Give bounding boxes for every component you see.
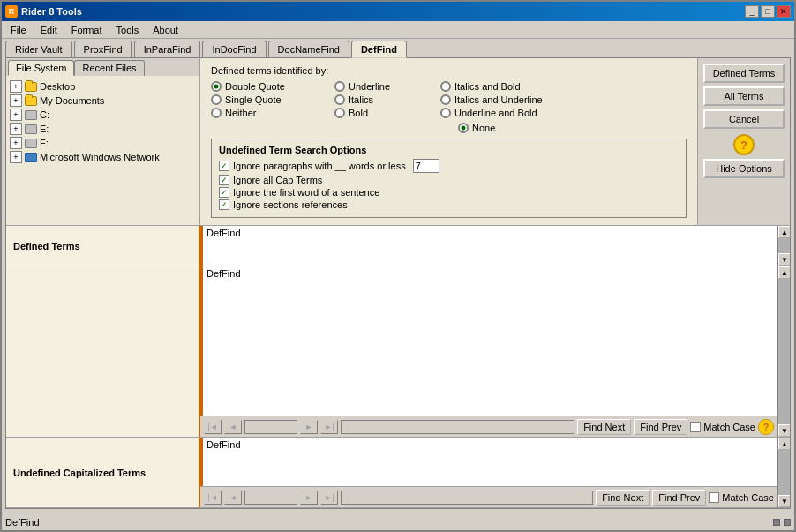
match-case-label-main: Match Case	[703, 422, 755, 432]
menu-about[interactable]: About	[146, 23, 185, 37]
list-item[interactable]: + Desktop	[10, 79, 196, 94]
menu-edit[interactable]: Edit	[34, 23, 64, 37]
radio-label-double-quote: Double Quote	[225, 81, 285, 92]
checkbox-row-sections: ✓ Ignore sections references	[219, 199, 679, 210]
radio-italics-underline[interactable]	[440, 94, 451, 105]
checkbox-caps[interactable]: ✓	[219, 175, 229, 185]
nav-last-btn[interactable]: ►|	[320, 420, 338, 434]
radio-italics[interactable]	[334, 94, 345, 105]
nav-next-btn[interactable]: ►	[300, 420, 318, 434]
close-button[interactable]: ✕	[777, 5, 791, 18]
scroll-up-btn[interactable]: ▲	[778, 266, 790, 279]
nav-prev-btn-2[interactable]: ◄	[224, 491, 242, 505]
list-item[interactable]: + C:	[10, 108, 196, 122]
nav-first-btn[interactable]: |◄	[204, 420, 222, 434]
scroll-up-btn[interactable]: ▲	[778, 438, 790, 450]
menu-tools[interactable]: Tools	[109, 23, 146, 37]
match-case-checkbox-main[interactable]	[690, 422, 701, 432]
tab-prox-find[interactable]: ProxFind	[74, 41, 132, 57]
match-case-label-undefined: Match Case	[722, 492, 774, 503]
nav-next-btn-2[interactable]: ►	[300, 491, 318, 505]
checkbox-sections[interactable]: ✓	[219, 199, 229, 210]
scroll-down-btn[interactable]: ▼	[778, 253, 790, 266]
nav-search-input-2[interactable]	[341, 491, 593, 505]
tab-indoc-find[interactable]: InDocFind	[202, 41, 266, 57]
tree-expander[interactable]: +	[10, 151, 22, 163]
checkbox-first-word[interactable]: ✓	[219, 187, 229, 198]
help-icon[interactable]: ?	[733, 134, 755, 155]
cancel-button[interactable]: Cancel	[703, 109, 785, 129]
scroll-down-btn[interactable]: ▼	[778, 495, 790, 507]
top-section: File System Recent Files + Desktop + My …	[6, 58, 790, 226]
words-input[interactable]	[413, 159, 439, 173]
main-content: File System Recent Files + Desktop + My …	[5, 57, 791, 509]
defined-terms-row: Defined Terms DefFind ▲ ▼	[6, 226, 790, 266]
list-item[interactable]: + Microsoft Windows Network	[10, 150, 196, 164]
find-help-icon-main[interactable]: ?	[758, 419, 774, 435]
radio-row-italics: Italics	[334, 94, 440, 105]
hide-options-button[interactable]: Hide Options	[703, 159, 785, 178]
file-tabs: File System Recent Files	[6, 58, 199, 76]
nav-search-input[interactable]	[341, 420, 574, 434]
menu-file[interactable]: File	[4, 23, 34, 37]
checkbox-label-first-word: Ignore the first word of a sentence	[233, 187, 379, 198]
undefined-terms-content: DefFind	[200, 438, 777, 486]
defined-terms-content: DefFind	[200, 226, 777, 266]
match-case-checkbox-undefined[interactable]	[709, 492, 719, 503]
tree-expander[interactable]: +	[10, 94, 22, 107]
main-results-label-empty	[6, 266, 200, 437]
minimize-button[interactable]: _	[745, 5, 759, 18]
nav-prev-btn[interactable]: ◄	[224, 420, 242, 434]
main-results-area: DefFind |◄ ◄ ► ►| Find Next Find Prev Ma…	[6, 266, 790, 438]
radio-bold[interactable]	[334, 108, 345, 118]
radio-underline[interactable]	[334, 81, 345, 92]
right-buttons-panel: Defined Terms All Terms Cancel ? Hide Op…	[697, 58, 790, 225]
list-item[interactable]: + F:	[10, 136, 196, 150]
find-prev-button-main[interactable]: Find Prev	[634, 419, 687, 435]
tab-rider-vault[interactable]: Rider Vault	[5, 41, 72, 57]
radio-double-quote[interactable]	[211, 81, 222, 92]
scroll-down-btn[interactable]: ▼	[778, 424, 790, 437]
all-terms-button[interactable]: All Terms	[703, 86, 785, 106]
radio-underline-bold[interactable]	[440, 108, 451, 118]
options-title: Defined terms identified by:	[211, 65, 687, 76]
scroll-up-btn[interactable]: ▲	[778, 226, 790, 238]
defined-terms-button[interactable]: Defined Terms	[703, 64, 785, 83]
radio-row-italics-underline: Italics and Underline	[440, 94, 582, 105]
radio-italics-bold[interactable]	[440, 81, 451, 92]
radio-single-quote[interactable]	[211, 94, 222, 105]
nav-page-input[interactable]	[244, 420, 297, 434]
main-window: R Rider 8 Tools _ □ ✕ File Edit Format T…	[0, 0, 796, 532]
tab-docname-find[interactable]: DocNameFind	[268, 41, 349, 57]
checkbox-words[interactable]: ✓	[219, 161, 229, 171]
undefined-terms-scrollbar: ▲ ▼	[777, 438, 790, 507]
defined-terms-scrollbar: ▲ ▼	[777, 226, 790, 266]
list-item[interactable]: + My Documents	[10, 94, 196, 108]
options-panel: Defined terms identified by: Double Quot…	[200, 58, 697, 225]
radio-neither[interactable]	[211, 108, 222, 118]
find-prev-button-undefined[interactable]: Find Prev	[652, 490, 706, 506]
nav-page-input-2[interactable]	[244, 491, 297, 505]
tree-expander[interactable]: +	[10, 137, 22, 149]
tab-def-find[interactable]: DefFind	[351, 41, 407, 58]
file-tab-system[interactable]: File System	[8, 60, 74, 76]
tree-expander[interactable]: +	[10, 80, 22, 93]
tree-expander[interactable]: +	[10, 109, 22, 121]
tree-expander[interactable]: +	[10, 123, 22, 135]
scroll-track[interactable]	[778, 279, 790, 424]
nav-last-btn-2[interactable]: ►|	[320, 491, 338, 505]
menu-format[interactable]: Format	[64, 23, 109, 37]
maximize-button[interactable]: □	[761, 5, 775, 18]
list-item[interactable]: + E:	[10, 122, 196, 136]
radio-none[interactable]	[458, 123, 469, 133]
nav-first-btn-2[interactable]: |◄	[204, 491, 222, 505]
menu-bar: File Edit Format Tools About	[2, 21, 794, 39]
file-tab-recent[interactable]: Recent Files	[74, 60, 144, 76]
scroll-track[interactable]	[778, 450, 790, 495]
drive-icon	[25, 124, 37, 134]
scroll-track[interactable]	[778, 238, 790, 253]
find-next-button-undefined[interactable]: Find Next	[596, 490, 650, 506]
tab-inpara-find[interactable]: InParaFind	[134, 41, 201, 57]
radio-row-bold: Bold	[334, 108, 440, 118]
find-next-button-main[interactable]: Find Next	[577, 419, 631, 435]
